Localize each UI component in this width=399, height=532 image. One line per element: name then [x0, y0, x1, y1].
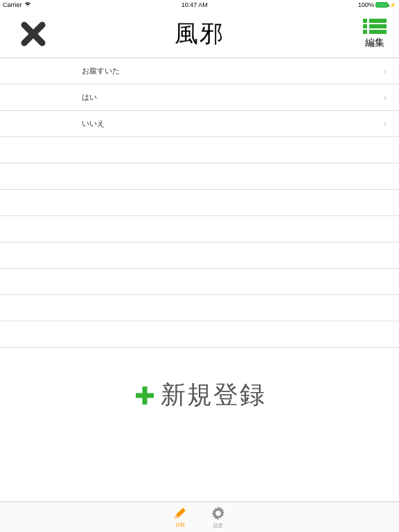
tab-settings-label: 設定 — [213, 522, 223, 529]
chevron-right-icon: › — [384, 66, 387, 76]
list-item[interactable]: お腹すいた› — [0, 58, 399, 85]
list-item-label: はい — [82, 92, 97, 103]
svg-rect-4 — [363, 24, 367, 28]
svg-rect-3 — [369, 19, 387, 23]
status-left: Carrier — [3, 1, 31, 8]
tab-category-label: 分類 — [175, 522, 185, 529]
pencil-icon — [172, 506, 188, 521]
page-title: 風邪 — [175, 18, 224, 50]
battery-text: 100% — [358, 1, 374, 8]
chevron-right-icon: › — [384, 118, 387, 129]
edit-button[interactable]: 編集 — [363, 18, 387, 49]
tab-settings[interactable]: 設定 — [210, 505, 227, 529]
edit-label: 編集 — [365, 37, 384, 49]
list-item[interactable]: いいえ› — [0, 111, 399, 137]
gear-icon — [210, 505, 227, 522]
wifi-icon — [24, 1, 31, 8]
list-item-empty — [0, 321, 399, 348]
status-right: 100% ⚡ — [358, 1, 396, 8]
carrier-text: Carrier — [3, 1, 22, 8]
list: お腹すいた›はい›いいえ› — [0, 58, 399, 348]
svg-rect-7 — [369, 30, 387, 34]
list-item-empty — [0, 190, 399, 216]
list-item-empty — [0, 269, 399, 295]
charging-icon: ⚡ — [389, 2, 396, 8]
list-item-empty — [0, 295, 399, 321]
svg-rect-2 — [363, 19, 367, 23]
chevron-right-icon: › — [384, 92, 387, 103]
status-time: 10:47 AM — [181, 1, 208, 8]
close-button[interactable] — [17, 17, 50, 51]
add-new-label: 新規登録 — [161, 378, 266, 412]
status-bar: Carrier 10:47 AM 100% ⚡ — [0, 0, 399, 10]
list-item-empty — [0, 242, 399, 269]
list-item-label: お腹すいた — [82, 66, 120, 76]
svg-point-10 — [216, 511, 220, 515]
add-new-button[interactable]: 新規登録 — [0, 378, 399, 412]
list-item-empty — [0, 137, 399, 163]
header: 風邪 編集 — [0, 10, 399, 58]
svg-rect-6 — [363, 30, 367, 34]
battery-icon — [375, 2, 388, 8]
list-item-empty — [0, 163, 399, 190]
tab-bar: 分類 設定 — [0, 502, 399, 532]
list-item-empty — [0, 216, 399, 242]
svg-rect-5 — [369, 24, 387, 28]
plus-icon — [133, 384, 157, 407]
list-item[interactable]: はい› — [0, 85, 399, 111]
list-icon — [363, 18, 387, 35]
close-icon — [19, 19, 48, 48]
list-item-label: いいえ — [82, 118, 105, 129]
tab-category[interactable]: 分類 — [172, 506, 188, 529]
